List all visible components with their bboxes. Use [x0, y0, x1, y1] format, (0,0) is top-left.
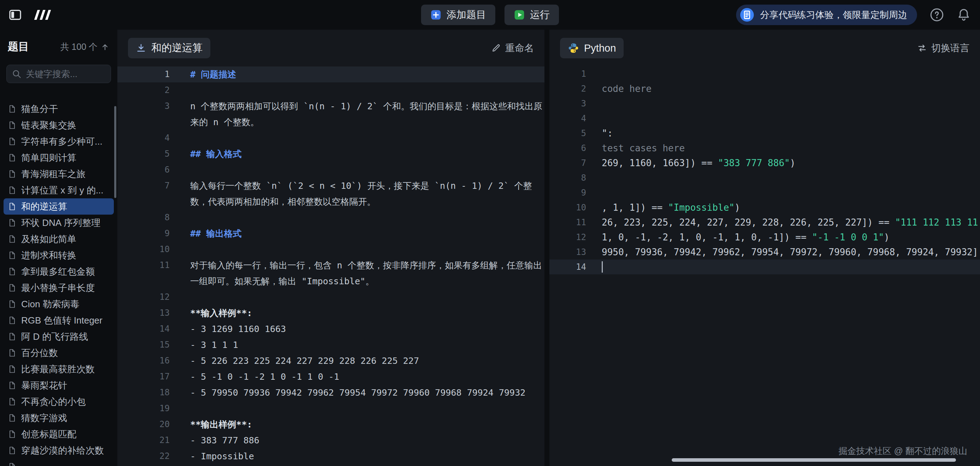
markdown-line[interactable]: 15- 3 1 1 1	[118, 337, 544, 353]
document-icon	[8, 414, 16, 422]
markdown-line[interactable]: 1# 问题描述	[118, 67, 544, 83]
sidebar-item[interactable]: 计算位置 x 到 y 的...	[3, 182, 114, 198]
code-line[interactable]: 9	[549, 185, 980, 200]
code-line[interactable]: 121, 0, -1, -2, 1, 0, -1, 1, 0, -1]) == …	[549, 230, 980, 245]
sidebar-item[interactable]: 简单四则计算	[3, 150, 114, 166]
markdown-line[interactable]: 11对于输入的每一行，输出一行，包含 n 个整数，按非降序排序，如果有多组解，任…	[118, 258, 544, 289]
code-line[interactable]: 5":	[549, 126, 980, 141]
markdown-line[interactable]: 4	[118, 130, 544, 146]
markdown-line[interactable]: 10	[118, 242, 544, 258]
topbar-actions: 添加题目 运行	[421, 5, 559, 25]
horizontal-scrollbar[interactable]	[672, 458, 956, 462]
sidebar-item[interactable]: 字符串有多少种可...	[3, 133, 114, 150]
sidebar-item[interactable]: 最小替换子串长度	[3, 280, 114, 296]
problem-title-chip[interactable]: 和的逆运算	[128, 38, 210, 58]
sidebar-item[interactable]: 链表聚集交换	[3, 117, 114, 133]
line-number: 2	[559, 84, 586, 94]
markdown-line[interactable]: 3n 个整数两两相加可以得到 `n(n - 1) / 2` 个和。我们的目标是：…	[118, 98, 544, 130]
add-problem-button[interactable]: 添加题目	[421, 5, 495, 25]
switch-language-label: 切换语言	[931, 42, 969, 54]
language-chip[interactable]: Python	[560, 38, 624, 58]
sidebar-item[interactable]: 创意标题匹配	[3, 426, 114, 442]
line-content: - Impossible	[190, 449, 254, 464]
sidebar-item[interactable]: 暴雨梨花针	[3, 377, 114, 393]
code-editor[interactable]: 12code here345":6test cases here7269, 11…	[549, 67, 980, 466]
sidebar-item[interactable]: 拿到最多红包金额	[3, 263, 114, 280]
code-line[interactable]: 3	[549, 96, 980, 111]
sidebar-item[interactable]: 穿越沙漠的补给次数	[3, 442, 114, 458]
sidebar-item[interactable]: 百分位数	[3, 345, 114, 361]
line-content: ":	[602, 128, 980, 138]
code-line[interactable]: 1126, 223, 225, 224, 227, 229, 228, 226,…	[549, 215, 980, 230]
code-line[interactable]: 10, 1, 1]) == "Impossible")	[549, 200, 980, 215]
document-icon	[8, 283, 16, 292]
sidebar-item[interactable]	[3, 458, 114, 466]
document-icon	[8, 105, 16, 113]
markdown-line[interactable]: 12	[118, 289, 544, 305]
juejin-logo-icon[interactable]	[32, 8, 52, 22]
promo-banner[interactable]: 分享代码练习体验，领限量定制周边	[736, 5, 917, 25]
search-input[interactable]: 关键字搜索...	[6, 65, 111, 83]
code-line[interactable]: 8	[549, 170, 980, 185]
markdown-line[interactable]: 16- 5 226 223 225 224 227 229 228 226 22…	[118, 353, 544, 369]
code-line[interactable]: 14	[549, 259, 980, 274]
line-content: 9950, 79936, 79942, 79962, 79954, 79972,…	[602, 247, 980, 258]
markdown-editor[interactable]: 1# 问题描述23n 个整数两两相加可以得到 `n(n - 1) / 2` 个和…	[118, 67, 544, 466]
promo-banner-text: 分享代码练习体验，领限量定制周边	[760, 9, 907, 21]
markdown-line[interactable]: 14- 3 1269 1160 1663	[118, 321, 544, 337]
code-line[interactable]: 139950, 79936, 79942, 79962, 79954, 7997…	[549, 245, 980, 259]
document-icon	[8, 218, 16, 227]
sidebar-item-label: 百分位数	[21, 347, 58, 359]
markdown-line[interactable]: 13**输入样例**:	[118, 305, 544, 321]
sidebar-item[interactable]: 环状 DNA 序列整理	[3, 215, 114, 231]
markdown-line[interactable]: 19	[118, 401, 544, 417]
code-line[interactable]: 1	[549, 67, 980, 81]
code-line[interactable]: 4	[549, 111, 980, 126]
sidebar-item-label: 链表聚集交换	[21, 119, 76, 132]
markdown-line[interactable]: 5## 输入格式	[118, 146, 544, 162]
sidebar-toggle-icon[interactable]	[8, 8, 22, 22]
rename-button[interactable]: 重命名	[491, 42, 534, 54]
line-number: 8	[127, 210, 170, 226]
markdown-line[interactable]: 6	[118, 162, 544, 178]
document-icon	[8, 316, 16, 324]
markdown-line[interactable]: 17- 5 -1 0 -1 -2 1 0 -1 1 0 -1	[118, 369, 544, 385]
sidebar-item-label: 创意标题匹配	[21, 428, 76, 441]
code-line[interactable]: 6test cases here	[549, 141, 980, 156]
markdown-line[interactable]: 2	[118, 83, 544, 98]
sidebar-scrollbar[interactable]	[114, 106, 116, 198]
markdown-line[interactable]: 9## 输出格式	[118, 226, 544, 242]
problem-count[interactable]: 共 100 个	[60, 41, 110, 52]
sidebar-item[interactable]: 猫鱼分干	[3, 101, 114, 117]
sidebar-item[interactable]: 比赛最高获胜次数	[3, 361, 114, 377]
sidebar-item[interactable]: 和的逆运算	[3, 198, 114, 215]
help-icon[interactable]	[930, 8, 944, 22]
markdown-line[interactable]: 18- 5 79950 79936 79942 79962 79954 7997…	[118, 385, 544, 401]
document-icon	[8, 348, 16, 357]
sidebar-item[interactable]: Cion 勒索病毒	[3, 296, 114, 312]
sidebar-item[interactable]: 青海湖租车之旅	[3, 166, 114, 182]
document-icon	[8, 381, 16, 390]
sidebar-item[interactable]: 猜数字游戏	[3, 410, 114, 426]
switch-language-button[interactable]: 切换语言	[917, 42, 969, 54]
code-line[interactable]: 2code here	[549, 81, 980, 96]
markdown-line[interactable]: 20**输出样例**:	[118, 417, 544, 433]
document-icon	[8, 463, 16, 466]
notifications-bell-icon[interactable]	[957, 8, 971, 22]
run-button[interactable]: 运行	[504, 5, 559, 25]
line-content: **输入样例**:	[190, 305, 252, 321]
line-number: 7	[127, 178, 170, 194]
document-icon	[8, 235, 16, 243]
sidebar-item[interactable]: 阿 D 的飞行路线	[3, 328, 114, 345]
markdown-line[interactable]: 7输入每行一个整数 `n` (`2 < n < 10`) 开头，接下来是 `n(…	[118, 178, 544, 210]
markdown-line[interactable]: 22- Impossible	[118, 449, 544, 464]
sidebar-item[interactable]: 及格如此简单	[3, 231, 114, 247]
sidebar-item[interactable]: 进制求和转换	[3, 247, 114, 263]
sidebar-item[interactable]: RGB 色值转 Integer	[3, 312, 114, 328]
line-number: 5	[559, 128, 586, 138]
sidebar-item[interactable]: 不再贪心的小包	[3, 393, 114, 410]
markdown-line[interactable]: 21- 383 777 886	[118, 433, 544, 449]
markdown-line[interactable]: 8	[118, 210, 544, 226]
code-line[interactable]: 7269, 1160, 1663]) == "383 777 886")	[549, 156, 980, 170]
problem-list: 猫鱼分干链表聚集交换字符串有多少种可...简单四则计算青海湖租车之旅计算位置 x…	[0, 92, 118, 466]
